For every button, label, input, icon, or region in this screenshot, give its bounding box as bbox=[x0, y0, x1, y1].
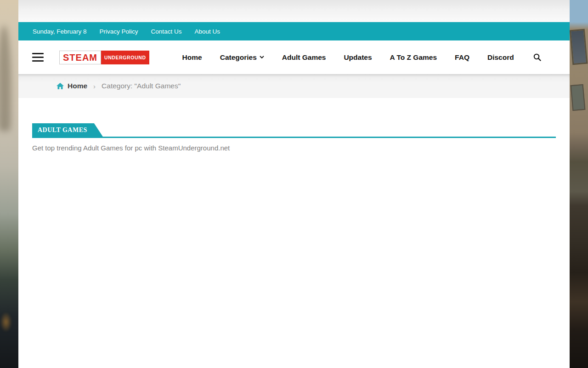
menu-icon[interactable] bbox=[32, 53, 44, 62]
breadcrumb-current: Category: "Adult Games" bbox=[102, 82, 181, 90]
main-content: ADULT GAMES Get top trending Adult Games… bbox=[18, 98, 570, 368]
background-glow bbox=[0, 312, 12, 332]
top-spacer bbox=[18, 0, 570, 22]
breadcrumb-home-link[interactable]: Home bbox=[68, 82, 87, 90]
nav-discord[interactable]: Discord bbox=[487, 53, 514, 62]
main-nav: Home Categories Adult Games Updates A To… bbox=[182, 53, 514, 62]
section-divider bbox=[32, 137, 556, 138]
home-icon bbox=[57, 83, 64, 90]
background-image-left bbox=[0, 0, 18, 368]
section-description: Get top trending Adult Games for pc with… bbox=[32, 144, 556, 152]
breadcrumb-separator: › bbox=[93, 82, 96, 90]
main-header: STEAM UNDERGROUND Home Categories Adult … bbox=[18, 40, 570, 74]
chevron-down-icon bbox=[260, 56, 264, 59]
topbar: Sunday, February 8 Privacy Policy Contac… bbox=[18, 22, 570, 40]
topbar-link-privacy-policy[interactable]: Privacy Policy bbox=[100, 28, 138, 35]
nav-adult-games[interactable]: Adult Games bbox=[282, 53, 326, 62]
background-image-right bbox=[570, 0, 588, 368]
nav-home[interactable]: Home bbox=[182, 53, 202, 62]
section-header: ADULT GAMES bbox=[32, 123, 556, 138]
nav-categories-label: Categories bbox=[220, 53, 257, 62]
search-icon[interactable] bbox=[533, 53, 541, 61]
site-logo[interactable]: STEAM UNDERGROUND bbox=[59, 51, 149, 64]
logo-underground-text: UNDERGROUND bbox=[101, 51, 149, 64]
date-text: Sunday, February 8 bbox=[33, 28, 87, 35]
nav-faq[interactable]: FAQ bbox=[455, 53, 469, 62]
page-container: Sunday, February 8 Privacy Policy Contac… bbox=[18, 0, 570, 368]
nav-updates[interactable]: Updates bbox=[344, 53, 372, 62]
topbar-link-contact-us[interactable]: Contact Us bbox=[151, 28, 182, 35]
topbar-link-about-us[interactable]: About Us bbox=[194, 28, 220, 35]
section-title-ribbon: ADULT GAMES bbox=[32, 123, 103, 137]
logo-steam-text: STEAM bbox=[59, 51, 101, 64]
background-silhouette bbox=[0, 25, 11, 131]
breadcrumb: Home › Category: "Adult Games" bbox=[18, 74, 570, 98]
nav-a-to-z-games[interactable]: A To Z Games bbox=[390, 53, 437, 62]
background-window bbox=[571, 84, 586, 111]
background-window bbox=[570, 29, 588, 65]
nav-categories[interactable]: Categories bbox=[220, 53, 264, 62]
